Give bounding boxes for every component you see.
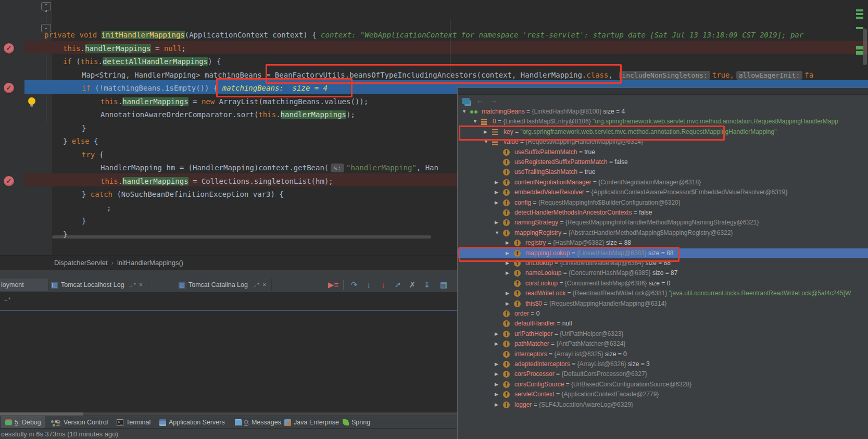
fold-collapse-icon[interactable]: ⌃ [41,2,51,10]
expand-icon[interactable]: ▶ [495,359,498,369]
breakpoint-icon[interactable]: ✓ [4,83,14,93]
variable-row-0[interactable]: ▼0 = {LinkedHashMap$Entry@8106} "org.spr… [458,117,868,127]
breadcrumb-class[interactable]: DispatcherServlet [54,259,108,267]
change-marker[interactable] [856,51,863,55]
step-over-icon[interactable]: ↷ [348,279,360,291]
variable-row-useRegisteredSuffixPatternMatch[interactable]: fuseRegisteredSuffixPatternMatch = false [458,157,868,167]
expand-icon[interactable]: ▶ [484,127,487,137]
variable-row-registry[interactable]: ▶fregistry = {HashMap@6382} size = 88 [458,238,868,248]
expand-icon[interactable]: ▶ [495,218,498,228]
variable-row-corsProcessor[interactable]: ▶fcorsProcessor = {DefaultCorsProcessor@… [458,369,868,379]
code-line[interactable]: this.handlerMappings = null; [63,42,186,56]
code-line[interactable]: ; [107,202,111,215]
variable-row-value[interactable]: ▼value = {RequestMappingHandlerMapping@6… [458,137,868,147]
evaluate-expression-icon[interactable]: ▦ [437,279,450,291]
code-line[interactable]: } [82,122,86,135]
toolwindow-button-application-servers[interactable]: Application Servers [155,416,229,429]
code-line[interactable]: this.handlerMappings = Collections.singl… [100,175,333,189]
code-line[interactable]: } [82,215,86,228]
breakpoint-icon[interactable]: ✓ [4,43,14,54]
code-line[interactable]: this.handlerMappings = new ArrayList(mat… [100,95,368,109]
fold-expand-icon[interactable]: ⌄ [41,24,51,32]
variable-row-useSuffixPatternMatch[interactable]: fuseSuffixPatternMatch = true [458,147,868,157]
close-icon[interactable]: × [262,281,266,289]
toolwindow-button-debug[interactable]: 5: Debug [1,416,45,429]
variable-row-servletContext[interactable]: ▶fservletContext = {ApplicationContextFa… [458,390,868,399]
variable-row-interceptors[interactable]: finterceptors = {ArrayList@6325} size = … [458,349,868,359]
expand-icon[interactable]: ▶ [506,248,509,258]
variable-row-readWriteLock[interactable]: ▶freadWriteLock = {ReentrantReadWriteLoc… [458,289,868,298]
close-icon[interactable]: × [139,281,143,289]
console-overflow-icon[interactable]: →* [3,296,10,303]
breakpoint-icon[interactable]: ✓ [4,176,14,186]
expand-icon[interactable]: ▶ [495,339,498,349]
code-line[interactable]: private void initHandlerMappings(Applica… [44,29,803,42]
variable-row-mappingLookup[interactable]: ▶fmappingLookup = {LinkedHashMap@6383} s… [458,248,868,258]
forward-icon[interactable]: → [490,96,497,105]
code-line[interactable]: } else { [63,135,98,148]
expand-icon[interactable]: ▶ [506,258,509,268]
variable-row-detectHandlerMethodsInAncestorContexts[interactable]: fdetectHandlerMethodsInAncestorContexts … [458,208,868,218]
variable-row-adaptedInterceptors[interactable]: ▶fadaptedInterceptors = {ArrayList@6326}… [458,359,868,369]
breadcrumb-method[interactable]: initHandlerMappings() [117,259,183,267]
expand-icon[interactable]: ▶ [495,400,498,410]
force-step-into-icon[interactable]: ↓ [377,279,389,291]
expand-icon[interactable]: ▶ [495,390,498,399]
variable-row-namingStrategy[interactable]: ▶fnamingStrategy = {RequestMappingInfoHa… [458,218,868,228]
drop-frame-icon[interactable]: ✗ [406,279,419,291]
variable-row-urlPathHelper[interactable]: ▶furlPathHelper = {UrlPathHelper@6323} [458,329,868,339]
expand-icon[interactable]: ▶ [495,187,498,197]
code-line[interactable]: if (this.detectAllHandlerMappings) { [63,55,221,69]
back-icon[interactable]: ← [476,96,484,105]
variable-row-corsConfigSource[interactable]: ▶fcorsConfigSource = {UrlBasedCorsConfig… [458,380,868,390]
expand-icon[interactable]: ▶ [495,178,498,187]
variable-row-pathMatcher[interactable]: ▶fpathMatcher = {AntPathMatcher@6324} [458,339,868,349]
expand-icon[interactable]: ▶ [495,380,498,390]
collapse-icon[interactable]: ▼ [484,137,488,147]
toolwindow-button-version-control[interactable]: 9: Version Control [47,416,112,429]
toolwindow-button-spring[interactable]: Spring [338,416,374,429]
variable-row-mappingRegistry[interactable]: ▼fmappingRegistry = {AbstractHandlerMeth… [458,228,868,238]
variable-row-urlLookup[interactable]: ▶furlLookup = {LinkedMultiValueMap@6384}… [458,258,868,268]
code-line[interactable]: } [63,228,67,242]
variable-row-embeddedValueResolver[interactable]: ▶fembeddedValueResolver = {ApplicationCo… [458,187,868,197]
variable-row-useTrailingSlashMatch[interactable]: fuseTrailingSlashMatch = true [458,167,868,177]
collapse-icon[interactable]: ▼ [495,228,499,238]
change-marker[interactable] [856,46,863,49]
step-into-icon[interactable]: ↓ [362,279,375,291]
editor-scrollbar-thumb[interactable] [863,29,867,65]
variable-row-nameLookup[interactable]: ▶fnameLookup = {ConcurrentHashMap@6385} … [458,268,868,278]
intention-bulb-icon[interactable] [28,97,35,105]
code-line[interactable]: Map<String, HandlerMapping> matchingBean… [82,69,813,82]
variable-row-defaultHandler[interactable]: fdefaultHandler = null [458,319,868,329]
code-line[interactable]: } catch (NoSuchBeanDefinitionException v… [82,188,284,202]
variable-row-matchingBeans[interactable]: ▼matchingBeans = {LinkedHashMap@8100} si… [458,107,868,117]
expand-icon[interactable]: ▶ [495,329,498,339]
editor-hscrollbar[interactable] [52,235,431,239]
code-line[interactable]: AnnotationAwareOrderComparator.sort(this… [100,108,355,122]
collapse-icon[interactable]: ▼ [473,117,477,127]
expand-icon[interactable]: ▶ [495,369,498,379]
expand-icon[interactable]: ▶ [506,268,509,278]
change-marker[interactable] [856,13,863,15]
variable-row-key[interactable]: ▶key = "org.springframework.web.servlet.… [458,127,868,137]
expand-icon[interactable]: ▶ [506,238,509,248]
change-marker[interactable] [856,17,863,19]
tab-tomcat-localhost-log[interactable]: Tomcat Localhost Log→*× [46,279,148,291]
expand-icon[interactable]: ▶ [495,198,498,208]
variable-row-config[interactable]: ▶fconfig = {RequestMappingInfo$BuilderCo… [458,198,868,208]
run-to-cursor-icon[interactable]: ↧ [421,279,433,291]
code-line[interactable]: try { [82,148,104,162]
expand-icon[interactable]: ▶ [506,299,509,309]
expand-icon[interactable]: ▶ [506,289,509,298]
change-marker[interactable] [856,9,863,11]
toolwindow-button-terminal[interactable]: >_Terminal [112,416,155,429]
code-line[interactable]: HandlerMapping hm = (HandlerMapping)cont… [100,161,438,175]
step-out-icon[interactable]: ↗ [392,279,404,291]
variable-row-this$0[interactable]: ▶fthis$0 = {RequestMappingHandlerMapping… [458,299,868,309]
variable-row-corsLookup[interactable]: fcorsLookup = {ConcurrentHashMap@6386} s… [458,279,868,289]
variable-row-order[interactable]: forder = 0 [458,309,868,319]
toolwindow-button-java-enterprise[interactable]: Java Enterprise [280,416,343,429]
variable-row-logger[interactable]: ▶flogger = {SLF4JLocationAwareLog@6329} [458,400,868,410]
change-marker[interactable] [856,27,863,29]
